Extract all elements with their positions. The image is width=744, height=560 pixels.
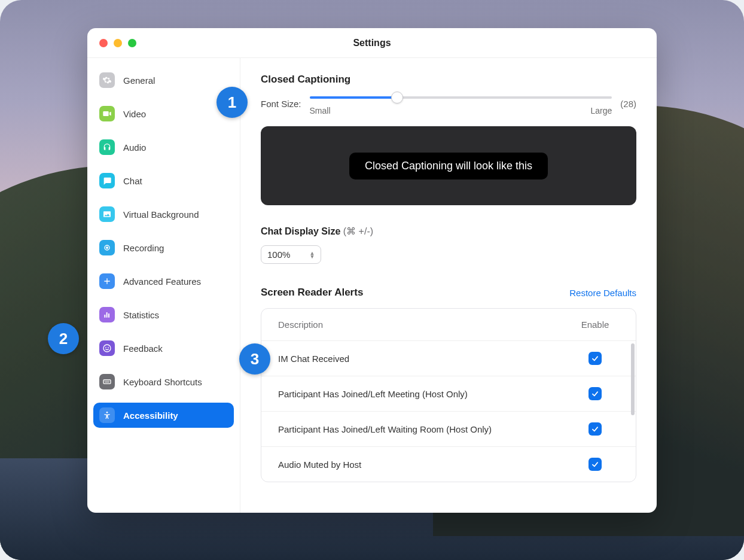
chat-display-title: Chat Display Size (⌘ +/-) — [261, 226, 636, 237]
accessibility-icon — [99, 407, 115, 423]
sidebar-item-label: Virtual Background — [123, 209, 199, 220]
alert-enable-checkbox[interactable] — [589, 422, 602, 436]
main-panel: Closed Captioning Font Size: Small Large… — [240, 58, 657, 513]
sidebar-item-label: Recording — [123, 243, 164, 253]
chat-icon — [99, 173, 115, 188]
slider-thumb[interactable] — [391, 92, 403, 104]
table-header: Description Enable — [261, 309, 636, 340]
font-size-label: Font Size: — [261, 99, 301, 109]
font-size-value: (28) — [620, 99, 636, 109]
alert-description: Participant Has Joined/Left Meeting (Hos… — [278, 389, 468, 399]
chat-display-hint: (⌘ +/-) — [343, 226, 373, 236]
video-icon — [99, 106, 115, 121]
annotation-badge-1: 1 — [217, 87, 248, 118]
sidebar-item-advanced-features[interactable]: Advanced Features — [93, 269, 234, 294]
col-enable: Enable — [571, 319, 619, 330]
annotation-badge-3: 3 — [239, 343, 270, 375]
alert-enable-checkbox[interactable] — [589, 352, 602, 365]
svg-point-6 — [106, 412, 108, 413]
record-icon — [99, 240, 115, 255]
sidebar-item-label: Advanced Features — [123, 276, 201, 287]
alert-description: Participant Has Joined/Left Waiting Room… — [278, 424, 492, 434]
sidebar-item-label: Accessibility — [123, 410, 178, 421]
svg-rect-5 — [103, 380, 111, 384]
alerts-table: Description Enable IM Chat Received Part… — [261, 308, 636, 482]
svg-point-4 — [108, 347, 109, 348]
sidebar-item-label: Chat — [123, 176, 142, 186]
sidebar-item-keyboard-shortcuts[interactable]: Keyboard Shortcuts — [93, 369, 234, 394]
titlebar: Settings — [87, 28, 657, 58]
sidebar-item-recording[interactable]: Recording — [93, 235, 234, 260]
chat-display-select[interactable]: 100% ▲▼ — [261, 245, 321, 264]
table-row: Participant Has Joined/Left Meeting (Hos… — [261, 376, 636, 411]
smile-icon — [99, 340, 115, 356]
caption-preview-text: Closed Captioning will look like this — [349, 153, 548, 179]
svg-point-1 — [106, 246, 108, 249]
col-description: Description — [278, 319, 323, 330]
alert-enable-checkbox[interactable] — [589, 387, 602, 400]
gear-icon — [99, 72, 115, 88]
sidebar-item-label: General — [123, 75, 155, 86]
chat-display-value: 100% — [267, 249, 290, 260]
slider-small-label: Small — [310, 106, 331, 115]
sidebar-item-general[interactable]: General — [93, 68, 234, 93]
scrollbar[interactable] — [631, 343, 635, 415]
sidebar-item-label: Feedback — [123, 343, 163, 354]
headphones-icon — [99, 139, 115, 155]
stepper-arrows-icon: ▲▼ — [309, 251, 315, 258]
sidebar: General Video Audio Chat — [87, 58, 240, 513]
restore-defaults-link[interactable]: Restore Defaults — [569, 288, 636, 298]
font-size-slider[interactable] — [310, 92, 612, 104]
sidebar-item-label: Video — [123, 109, 146, 119]
keyboard-icon — [99, 374, 115, 389]
sidebar-item-statistics[interactable]: Statistics — [93, 302, 234, 327]
sidebar-item-chat[interactable]: Chat — [93, 168, 234, 193]
window-title: Settings — [87, 38, 657, 48]
sidebar-item-label: Statistics — [123, 310, 159, 320]
alert-description: IM Chat Received — [278, 354, 349, 364]
sidebar-item-virtual-background[interactable]: Virtual Background — [93, 202, 234, 227]
caption-preview: Closed Captioning will look like this — [261, 126, 636, 205]
alert-enable-checkbox[interactable] — [589, 458, 602, 471]
image-icon — [99, 206, 115, 222]
sidebar-item-label: Audio — [123, 142, 146, 153]
svg-point-2 — [103, 345, 111, 352]
svg-point-3 — [105, 347, 106, 348]
closed-captioning-title: Closed Captioning — [261, 74, 636, 86]
sidebar-item-accessibility[interactable]: Accessibility — [93, 403, 234, 428]
table-row: Participant Has Joined/Left Waiting Room… — [261, 411, 636, 446]
annotation-badge-2: 2 — [48, 323, 79, 354]
alert-description: Audio Muted by Host — [278, 459, 361, 470]
sidebar-item-label: Keyboard Shortcuts — [123, 377, 202, 387]
settings-window: Settings General Video Audio — [87, 28, 657, 513]
table-row: IM Chat Received — [261, 340, 636, 376]
sidebar-item-video[interactable]: Video — [93, 101, 234, 126]
slider-large-label: Large — [591, 106, 612, 115]
table-row: Audio Muted by Host — [261, 446, 636, 482]
sidebar-item-audio[interactable]: Audio — [93, 135, 234, 160]
screen-reader-title: Screen Reader Alerts — [261, 287, 363, 299]
plus-icon — [99, 273, 115, 289]
sidebar-item-feedback[interactable]: Feedback — [93, 336, 234, 361]
bars-icon — [99, 307, 115, 322]
